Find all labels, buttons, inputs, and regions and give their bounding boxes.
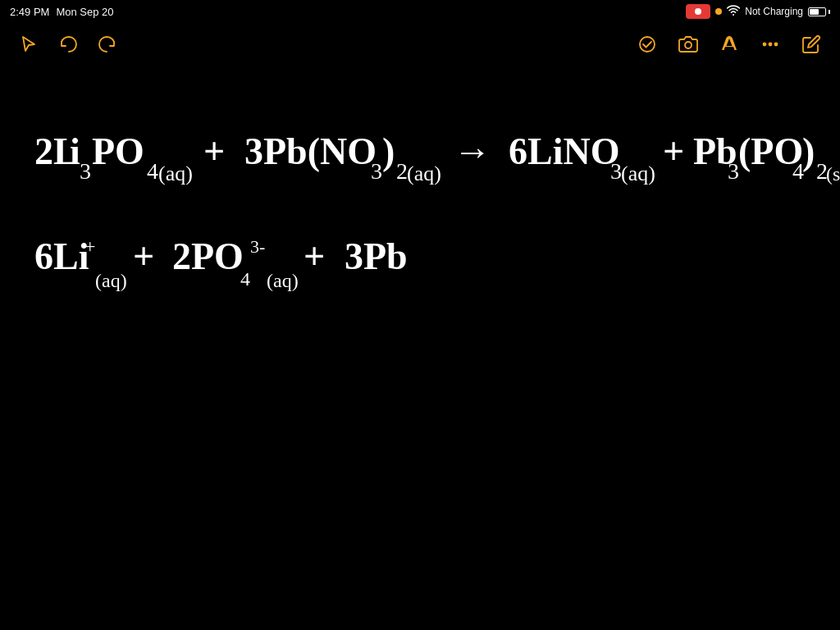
not-charging-label: Not Charging bbox=[745, 6, 803, 17]
svg-text:6Li: 6Li bbox=[34, 235, 89, 277]
marker-button[interactable] bbox=[717, 32, 742, 57]
svg-text:3Pb(NO: 3Pb(NO bbox=[244, 130, 377, 172]
record-indicator bbox=[686, 4, 710, 19]
svg-text:(aq): (aq) bbox=[407, 162, 441, 185]
wifi-icon bbox=[727, 5, 740, 19]
battery-indicator bbox=[808, 7, 830, 16]
toolbar bbox=[0, 23, 840, 66]
svg-point-0 bbox=[640, 37, 655, 52]
svg-text:4: 4 bbox=[240, 268, 250, 290]
record-dot bbox=[695, 8, 701, 15]
svg-text:+: + bbox=[663, 130, 684, 172]
svg-text:PO: PO bbox=[92, 130, 144, 172]
svg-point-1 bbox=[685, 42, 692, 48]
svg-text:(aq): (aq) bbox=[95, 270, 127, 291]
svg-point-3 bbox=[769, 43, 772, 46]
svg-text:+: + bbox=[304, 235, 325, 277]
time-display: 2:49 PM bbox=[10, 6, 49, 18]
svg-text:4: 4 bbox=[147, 158, 158, 184]
svg-text:): ) bbox=[802, 130, 815, 172]
svg-text:(s): (s) bbox=[826, 163, 840, 185]
more-button[interactable] bbox=[758, 32, 783, 57]
svg-text:(aq): (aq) bbox=[267, 270, 299, 291]
svg-text:3: 3 bbox=[371, 158, 382, 184]
undo-button[interactable] bbox=[56, 32, 80, 57]
edit-button[interactable] bbox=[799, 32, 824, 57]
orange-dot-indicator bbox=[715, 8, 722, 15]
svg-text:2: 2 bbox=[396, 158, 408, 184]
svg-text:+: + bbox=[84, 235, 96, 257]
svg-text:): ) bbox=[382, 130, 395, 172]
equations-canvas: 2L i 3 PO 4 (aq) + 3Pb(NO 3 ) 2 (aq) → 6… bbox=[0, 66, 840, 630]
status-bar: 2:49 PM Mon Sep 20 Not Charging bbox=[0, 0, 840, 23]
svg-text:+: + bbox=[203, 130, 225, 172]
svg-text:3-: 3- bbox=[250, 236, 265, 257]
camera-button[interactable] bbox=[676, 32, 701, 57]
svg-text:→: → bbox=[454, 130, 491, 172]
svg-text:+: + bbox=[133, 235, 154, 277]
cursor-tool-button[interactable] bbox=[16, 32, 41, 57]
svg-text:3: 3 bbox=[80, 158, 91, 184]
svg-text:3: 3 bbox=[728, 158, 739, 184]
canvas-area[interactable]: 2L i 3 PO 4 (aq) + 3Pb(NO 3 ) 2 (aq) → 6… bbox=[0, 66, 840, 630]
svg-point-4 bbox=[775, 43, 778, 46]
svg-point-2 bbox=[764, 43, 766, 46]
svg-text:(aq): (aq) bbox=[158, 162, 193, 185]
svg-text:3Pb: 3Pb bbox=[345, 235, 408, 277]
svg-text:(aq): (aq) bbox=[621, 162, 655, 185]
svg-text:6LiNO: 6LiNO bbox=[509, 130, 619, 172]
svg-text:3: 3 bbox=[610, 158, 622, 184]
date-display: Mon Sep 20 bbox=[56, 6, 113, 18]
checkmark-button[interactable] bbox=[635, 32, 660, 57]
svg-text:2PO: 2PO bbox=[172, 235, 244, 277]
redo-button[interactable] bbox=[95, 32, 120, 57]
